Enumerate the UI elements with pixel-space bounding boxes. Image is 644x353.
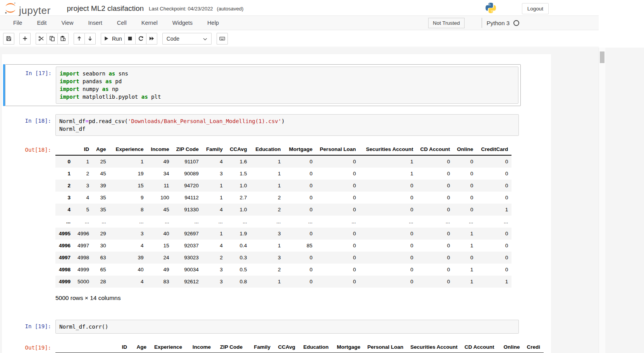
notebook-title[interactable]: project ML2 clasifaction (67, 4, 144, 13)
table-cell: 0 (477, 264, 511, 276)
vertical-scrollbar-track[interactable] (599, 48, 605, 353)
input-prompt: In [18]: (7, 114, 55, 136)
restart-run-all-button[interactable] (146, 33, 157, 45)
table-row: 499849996540499003430.52000010 (55, 264, 511, 276)
code-editor[interactable]: Norml_df.corr() (55, 320, 519, 334)
restart-kernel-icon (138, 36, 144, 41)
table-cell: 0 (359, 204, 417, 216)
table-cell: 2 (250, 192, 284, 204)
menu-file[interactable]: File (6, 16, 29, 29)
table-cell: 0 (453, 155, 477, 168)
table-cell: 0 (316, 228, 359, 240)
table-cell: 2 (74, 168, 93, 180)
run-button[interactable]: Run (101, 33, 125, 45)
table-cell: 3 (250, 252, 284, 264)
menu-cell[interactable]: Cell (110, 16, 134, 29)
column-header: Family (246, 342, 274, 353)
arrow-down-icon (87, 36, 93, 41)
column-header: Age (131, 342, 150, 353)
menu-insert[interactable]: Insert (81, 16, 110, 29)
column-header: Personal Loan (364, 342, 407, 353)
table-cell: ... (173, 216, 202, 228)
kernel-name: Python 3 (487, 20, 510, 26)
table-cell: 1 (453, 228, 477, 240)
table-cell: 0 (359, 240, 417, 252)
row-index: 3 (55, 192, 74, 204)
table-cell: 4 (110, 240, 147, 252)
insert-cell-below-button[interactable] (19, 33, 31, 45)
column-header: Mortgage (284, 144, 316, 155)
table-cell: 1 (74, 155, 93, 168)
table-cell: 92697 (173, 228, 202, 240)
table-cell: 0 (417, 192, 453, 204)
table-cell: 92612 (173, 276, 202, 288)
table-cell: 4998 (74, 252, 93, 264)
move-cell-down-button[interactable] (84, 33, 96, 45)
jupyter-logo[interactable]: jupyter (4, 2, 51, 15)
menu-divider (482, 18, 482, 28)
table-cell: 19 (110, 168, 147, 180)
code-cell-17[interactable]: In [17]: import seaborn as snsimport pan… (5, 64, 521, 106)
logout-button[interactable]: Logout (522, 3, 549, 14)
cut-cells-button[interactable] (36, 33, 47, 45)
menu-widgets[interactable]: Widgets (165, 16, 200, 29)
table-cell: 24 (147, 252, 173, 264)
table-cell: 0 (453, 204, 477, 216)
table-cell: 0 (316, 264, 359, 276)
table-cell: 1 (250, 180, 284, 192)
menu-kernel[interactable]: Kernel (134, 16, 165, 29)
table-cell: 0 (316, 204, 359, 216)
cell-type-select[interactable]: Code (162, 33, 212, 45)
move-cell-up-button[interactable] (74, 33, 85, 45)
table-cell: 0 (316, 240, 359, 252)
table-cell: 63 (93, 252, 110, 264)
table-cell: 29 (93, 228, 110, 240)
vertical-scrollbar-thumb[interactable] (600, 51, 604, 63)
table-cell: 5000 (74, 276, 93, 288)
arrow-up-icon (76, 36, 82, 41)
table-row: 233915119472011.01000000 (55, 180, 511, 192)
jupyter-logo-text: jupyter (19, 5, 51, 15)
column-header: Credi (523, 342, 544, 353)
trust-status-badge[interactable]: Not Trusted (428, 18, 465, 28)
column-header: Online (498, 342, 523, 353)
command-palette-button[interactable] (217, 33, 228, 45)
code-cell-19[interactable]: In [19]: Norml_df.corr() (5, 318, 521, 336)
output-area-19: Out[19]: IDAgeExperienceIncomeZIP CodeFa… (5, 341, 548, 353)
input-prompt: In [17]: (7, 67, 56, 104)
table-cell: ... (202, 216, 226, 228)
code-editor[interactable]: import seaborn as snsimport pandas as pd… (56, 67, 518, 104)
table-cell: 0 (284, 192, 316, 204)
copy-cells-button[interactable] (46, 33, 58, 45)
table-cell: 1 (110, 155, 147, 168)
keyboard-icon (219, 36, 225, 41)
table-cell: 15 (147, 240, 173, 252)
table-cell: 3 (202, 276, 226, 288)
table-cell: 0 (417, 204, 453, 216)
table-cell: 91330 (173, 204, 202, 216)
save-button[interactable] (3, 33, 14, 45)
table-cell: 0 (453, 180, 477, 192)
interrupt-kernel-button[interactable] (124, 33, 136, 45)
table-cell: 3 (250, 228, 284, 240)
code-cell-18[interactable]: In [18]: Norml_df=pd.read_csv('Downloads… (5, 112, 521, 138)
table-row: 499749986339249302320.33000000 (55, 252, 511, 264)
column-header: Experience (150, 342, 186, 353)
menu-help[interactable]: Help (200, 16, 226, 29)
table-row: 49964997304159203740.418500010 (55, 240, 511, 252)
code-line: import pandas as pd (60, 77, 515, 85)
table-cell: 83 (147, 276, 173, 288)
table-cell: 2 (250, 264, 284, 276)
paste-cells-button[interactable] (57, 33, 69, 45)
column-header: Education (250, 144, 284, 155)
code-editor[interactable]: Norml_df=pd.read_csv('Downloads/Bank_Per… (55, 114, 519, 136)
restart-kernel-button[interactable] (135, 33, 146, 45)
menu-view[interactable]: View (54, 16, 81, 29)
column-header: Age (93, 144, 110, 155)
menu-edit[interactable]: Edit (29, 16, 54, 29)
table-cell: 0 (453, 192, 477, 204)
table-cell: 1 (359, 168, 417, 180)
table-cell: ... (417, 216, 453, 228)
add-cell-icon (22, 36, 28, 41)
row-index: 4996 (55, 240, 74, 252)
